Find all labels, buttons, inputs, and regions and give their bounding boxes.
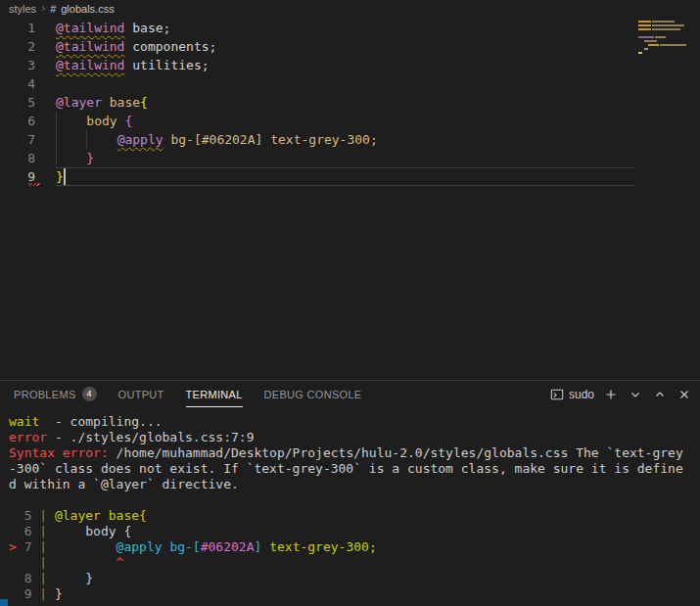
line-text: @tailwind components; (56, 37, 634, 56)
line-number: 3 (0, 56, 56, 74)
terminal-line: Syntax error: /home/muhammad/Desktop/Pro… (9, 445, 700, 461)
terminal-line: 5 | @layer base{ (9, 508, 700, 524)
code-token: components; (124, 39, 216, 54)
css-file-icon: # (50, 3, 56, 15)
tab-output[interactable]: OUTPUT (118, 381, 164, 407)
indent-guide (56, 112, 57, 167)
code-token: 8 | (9, 571, 55, 585)
line-text: body { (56, 112, 634, 130)
code-token: 5 | (9, 508, 55, 523)
editor-line-1[interactable]: 1@tailwind base; (0, 19, 634, 37)
editor-line-8[interactable]: 8 } (0, 149, 634, 167)
text-cursor (64, 168, 66, 185)
tab-terminal[interactable]: TERMINAL (186, 381, 243, 407)
terminal-line: wait - compiling... (9, 414, 700, 430)
line-number: 6 (0, 112, 56, 130)
code-token: | (9, 555, 55, 570)
line-number: 7 (0, 130, 56, 149)
tab-label: TERMINAL (186, 389, 243, 400)
code-token: Syntax error: (9, 445, 109, 460)
terminal-output[interactable]: wait - compiling...error - ./styles/glob… (0, 407, 700, 606)
editor-line-3[interactable]: 3@tailwind utilities; (0, 56, 634, 74)
minimap-line (638, 52, 698, 54)
code-token: { (124, 114, 132, 128)
code-token: @layer (56, 95, 102, 110)
line-text: @tailwind utilities; (56, 56, 634, 74)
breadcrumb-folder[interactable]: styles (9, 3, 36, 15)
terminal-line: -300` class does not exist. If `text-gre… (9, 461, 700, 477)
editor-line-6[interactable]: 6 body { (0, 112, 634, 130)
code-token: @tailwind (56, 39, 124, 54)
line-number: 4 (0, 74, 56, 93)
terminal-line: 6 | body { (9, 524, 700, 539)
code-token: 6 | (9, 524, 55, 538)
code-token: bg-[#06202A] text-grey-300; (170, 132, 377, 147)
editor[interactable]: 1@tailwind base;2@tailwind components;3@… (0, 17, 700, 380)
editor-line-4[interactable]: 4 (0, 74, 634, 93)
line-number: 2 (0, 37, 56, 56)
terminal-line: error - ./styles/globals.css:7:9 (9, 430, 700, 445)
code-token: { (140, 95, 148, 110)
tab-label: DEBUG CONSOLE (264, 389, 362, 400)
panel-header: PROBLEMS4OUTPUTTERMINALDEBUG CONSOLE sud… (0, 381, 700, 407)
breadcrumb[interactable]: styles › # globals.css (0, 0, 700, 17)
code-token: -300` class does not exist. If `text-gre… (9, 461, 683, 476)
code-token (56, 114, 86, 128)
new-terminal-icon[interactable] (603, 387, 619, 402)
line-text: } (56, 167, 634, 186)
code-token: } (56, 169, 64, 184)
minimap-line (638, 28, 698, 30)
editor-line-7[interactable]: 7 @apply bg-[#06202A] text-grey-300; (0, 130, 634, 149)
minimap-line (638, 21, 698, 23)
minimap-line (638, 24, 698, 26)
code-token: base; (124, 21, 170, 35)
vscode-window: styles › # globals.css 1@tailwind base;2… (0, 0, 700, 606)
terminal-line: 9 | } (9, 586, 700, 602)
code-token: > (9, 539, 24, 554)
terminal-icon (550, 388, 564, 401)
editor-lines: 1@tailwind base;2@tailwind components;3@… (0, 17, 634, 186)
line-number: 8 (0, 149, 56, 167)
code-token: utilities; (124, 58, 209, 72)
code-token: } (86, 151, 94, 165)
code-token: @tailwind (56, 58, 124, 72)
terminal-line: > 7 | @apply bg-[#06202A] text-grey-300; (9, 539, 700, 555)
code-token: d within a `@layer` directive. (9, 477, 239, 491)
editor-line-2[interactable]: 2@tailwind components; (0, 37, 634, 56)
panel-tabs: PROBLEMS4OUTPUTTERMINALDEBUG CONSOLE (14, 381, 361, 407)
code-token: } (55, 571, 93, 585)
tab-problems[interactable]: PROBLEMS4 (14, 381, 97, 407)
code-token: 7 | (24, 539, 55, 554)
tab-debug-console[interactable]: DEBUG CONSOLE (264, 381, 362, 407)
minimap-line (638, 40, 698, 42)
close-icon[interactable] (677, 387, 692, 402)
terminal-line: d within a `@layer` directive. (9, 477, 700, 492)
code-token: @layer base{ (55, 508, 147, 523)
minimap-line (638, 48, 698, 50)
line-text (56, 74, 634, 93)
line-number: 5 (0, 93, 56, 112)
chevron-down-icon[interactable] (628, 387, 643, 402)
indent-guide (86, 130, 87, 149)
minimap[interactable] (634, 19, 700, 380)
code-token: text-grey-300; (269, 539, 377, 554)
code-token (102, 95, 110, 110)
line-number: 1 (0, 19, 56, 37)
code-token: - ./styles/globals.css:7:9 (47, 430, 254, 444)
terminal-profile[interactable]: sudo (550, 388, 594, 401)
status-bar-corner (0, 599, 8, 606)
error-squiggle (28, 183, 40, 186)
terminal-profile-label: sudo (569, 388, 594, 401)
bottom-panel: PROBLEMS4OUTPUTTERMINALDEBUG CONSOLE sud… (0, 380, 700, 606)
chevron-up-icon[interactable] (652, 387, 668, 402)
code-token: @apply (117, 539, 163, 554)
breadcrumb-file[interactable]: globals.css (61, 3, 114, 15)
code-token: @apply (117, 132, 163, 147)
problems-count-badge: 4 (82, 387, 97, 401)
line-text: @layer base{ (56, 93, 634, 112)
editor-line-5[interactable]: 5@layer base{ (0, 93, 634, 112)
code-token: bg-[ (169, 539, 200, 554)
code-token: 9 | (9, 586, 55, 601)
editor-line-9[interactable]: 9} (0, 167, 634, 186)
code-token: @tailwind (56, 21, 124, 35)
